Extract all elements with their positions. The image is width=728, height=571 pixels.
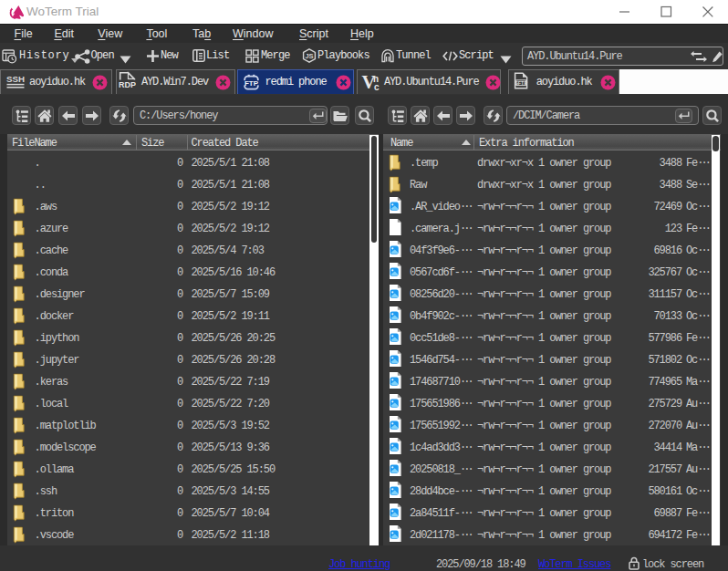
svg-text:RDP: RDP <box>119 80 136 88</box>
svg-text:SSH: SSH <box>6 74 25 84</box>
svg-text:JS: JS <box>305 52 313 60</box>
svg-text:SFTP: SFTP <box>515 80 527 86</box>
svg-text:FTP: FTP <box>244 79 259 88</box>
svg-text:c: c <box>374 82 380 91</box>
